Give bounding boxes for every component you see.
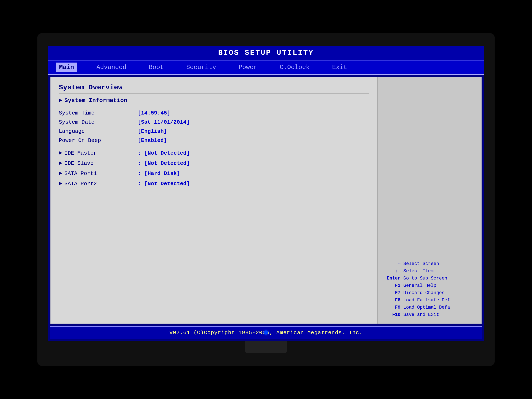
ide-slave-arrow: ► [59,160,62,166]
help-desc-select-screen: Select Screen [403,261,439,266]
sata-port1-arrow: ► [59,170,62,177]
ide-slave-value: [Not Detected] [145,160,190,166]
help-desc-f10: Save and Exit [403,312,439,317]
ide-master-value: [Not Detected] [145,150,190,156]
screen: BIOS SETUP UTILITY Main Advanced Boot Se… [48,46,484,341]
help-desc-enter: Go to Sub Screen [403,276,447,281]
power-on-beep-row: Power On Beep [Enabled] [59,137,369,144]
help-key-f9: F9 [384,305,400,310]
help-key-f7: F7 [384,290,400,296]
nav-coclock[interactable]: C.Oclock [277,63,313,72]
nav-advanced[interactable]: Advanced [94,63,129,72]
help-key-f10: F10 [384,312,400,317]
help-desc-f7: Discard Changes [403,290,444,296]
nav-main[interactable]: Main [56,63,77,72]
help-key-enter: Enter [384,276,400,281]
system-date-label: System Date [59,119,138,125]
system-date-value[interactable]: [Sat 11/01/2014] [138,119,190,125]
help-enter: Enter Go to Sub Screen [384,276,475,281]
power-on-beep-label: Power On Beep [59,137,138,144]
help-desc-f9: Load Optimal Defa [403,305,450,310]
help-key-f1: F1 [384,283,400,288]
sata-port2-label: ► SATA Port2 [59,180,138,187]
nav-boot[interactable]: Boot [146,63,167,72]
monitor-stand [245,341,287,353]
ide-master-arrow: ► [59,150,62,156]
nav-exit[interactable]: Exit [329,63,350,72]
nav-power[interactable]: Power [236,63,260,72]
sata-port2-arrow: ► [59,180,62,187]
help-desc-select-item: Select Item [403,268,433,274]
nav-bar: Main Advanced Boot Security Power C.Oclo… [48,60,484,75]
right-panel: ← Select Screen ↑↓ Select Item Enter Go … [378,77,481,323]
power-led [264,330,268,335]
help-f7: F7 Discard Changes [384,290,475,296]
language-value[interactable]: [English] [138,128,167,134]
system-time-label: System Time [59,110,138,116]
system-info-header: ► System Information [59,97,369,104]
title-bar: BIOS SETUP UTILITY [48,46,484,60]
help-f1: F1 General Help [384,283,475,288]
sata-port2-colon: : [138,181,141,187]
system-time-value[interactable]: [14:59:45] [138,110,170,116]
help-select-item: ↑↓ Select Item [384,268,475,274]
help-key-arrow: ← [384,261,400,266]
sata-port2-value: [Not Detected] [145,181,190,187]
sata-port1-row[interactable]: ► SATA Port1 : [Hard Disk] [59,170,369,177]
ide-master-colon: : [138,150,141,156]
sata-port2-row[interactable]: ► SATA Port2 : [Not Detected] [59,180,369,187]
nav-security[interactable]: Security [183,63,219,72]
language-label: Language [59,128,138,134]
system-date-row: System Date [Sat 11/01/2014] [59,119,369,125]
ide-slave-colon: : [138,160,141,166]
help-select-screen: ← Select Screen [384,261,475,266]
help-desc-f8: Load Failsafe Def [403,298,450,303]
help-desc-f1: General Help [403,283,436,288]
help-section: ← Select Screen ↑↓ Select Item Enter Go … [384,261,475,319]
ide-slave-row[interactable]: ► IDE Slave : [Not Detected] [59,160,369,166]
help-key-f8: F8 [384,298,400,303]
device-section: ► IDE Master : [Not Detected] ► IDE Slav… [59,150,369,187]
help-f10: F10 Save and Exit [384,312,475,317]
monitor-bezel: BIOS SETUP UTILITY Main Advanced Boot Se… [38,33,494,366]
language-row: Language [English] [59,128,369,134]
sata-port1-label: ► SATA Port1 [59,170,138,177]
ide-slave-label: ► IDE Slave [59,160,138,166]
power-on-beep-value[interactable]: [Enabled] [138,137,167,144]
sata-port1-colon: : [138,171,141,177]
bios-title: BIOS SETUP UTILITY [218,49,314,57]
left-panel: System Overview ► System Information Sys… [51,77,378,323]
help-key-ud: ↑↓ [384,268,400,274]
content-area: System Overview ► System Information Sys… [50,77,482,324]
sata-port1-value: [Hard Disk] [145,171,180,177]
arrow-icon: ► [59,97,62,104]
section-title: System Overview [59,83,369,94]
help-f8: F8 Load Failsafe Def [384,298,475,303]
help-f9: F9 Load Optimal Defa [384,305,475,310]
ide-master-label: ► IDE Master [59,150,138,156]
system-time-row: System Time [14:59:45] [59,110,369,116]
ide-master-row[interactable]: ► IDE Master : [Not Detected] [59,150,369,156]
